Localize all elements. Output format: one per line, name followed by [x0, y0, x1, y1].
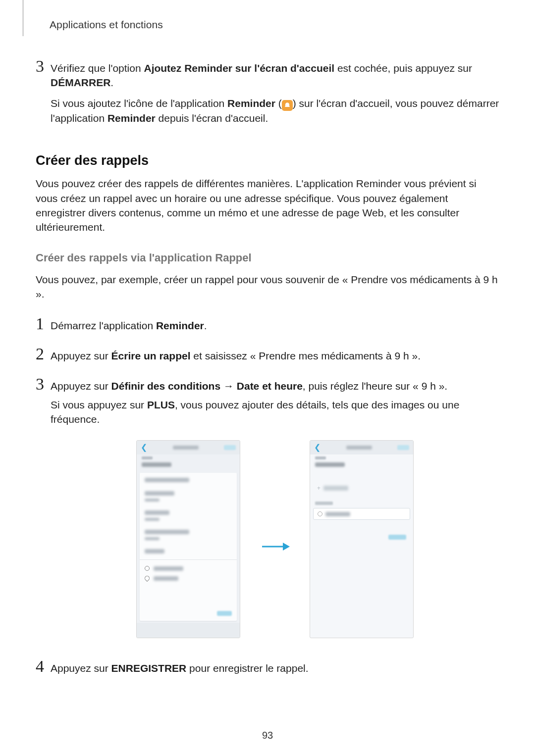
option-placeholder	[145, 491, 174, 496]
option-sub-placeholder	[145, 499, 160, 502]
back-icon[interactable]: ❮	[141, 444, 147, 452]
bold-text: ENREGISTRER	[111, 662, 187, 674]
add-label-placeholder	[323, 486, 348, 491]
screen-title-placeholder	[346, 446, 372, 450]
page-number: 93	[0, 730, 535, 741]
text-placeholder	[315, 462, 345, 467]
page-header: Applications et fonctions	[50, 19, 499, 31]
option-placeholder	[154, 576, 178, 581]
step-number: 2	[36, 346, 51, 362]
option-placeholder	[145, 510, 169, 515]
sub-heading: Créer des rappels via l'application Rapp…	[36, 252, 499, 264]
text: pour enregistrer le rappel.	[186, 662, 308, 674]
text: Si vous ajoutez l'icône de l'application	[51, 98, 227, 109]
section-heading: Créer des rappels	[36, 153, 499, 168]
back-icon[interactable]: ❮	[314, 444, 321, 452]
text: Si vous appuyez sur	[51, 399, 147, 410]
text: depuis l'écran d'accueil.	[156, 112, 268, 124]
text: Appuyez sur	[51, 662, 111, 674]
svg-marker-1	[283, 543, 290, 551]
step-body: Appuyez sur ENREGISTRER pour enregistrer…	[51, 658, 309, 675]
screen-bottom-spacer	[137, 623, 240, 638]
bold-text: PLUS	[147, 399, 175, 410]
screen-subheader	[137, 454, 240, 471]
label-placeholder	[315, 456, 326, 459]
arrow-text: →	[220, 380, 237, 392]
location-option[interactable]	[145, 576, 232, 581]
text: , puis réglez l'heure sur « 9 h ».	[303, 380, 447, 392]
step-3-paragraph: Si vous ajoutez l'icône de l'application…	[51, 96, 499, 125]
step-body: Appuyez sur Écrire un rappel et saisisse…	[51, 346, 421, 363]
bold-text: Date et heure	[237, 380, 303, 392]
time-option[interactable]	[145, 566, 232, 571]
option-placeholder	[145, 478, 189, 482]
reminder-app-icon	[282, 100, 293, 111]
clock-icon	[145, 566, 150, 571]
phone-screenshot-right: ❮ +	[310, 440, 414, 638]
flow-arrow	[260, 541, 290, 553]
save-button-placeholder[interactable]	[388, 535, 406, 540]
step-body: Vérifiez que l'option Ajoutez Reminder s…	[51, 58, 472, 90]
option-placeholder	[154, 566, 183, 571]
example-paragraph: Vous pouvez, par exemple, créer un rappe…	[36, 272, 499, 302]
section-label-placeholder	[315, 502, 333, 505]
screen-header: ❮	[310, 441, 413, 454]
plus-icon: +	[317, 485, 321, 492]
step-1: 1 Démarrez l'application Reminder.	[36, 315, 499, 333]
text: Démarrez l'application	[51, 320, 156, 331]
step-body: Appuyez sur Définir des conditions → Dat…	[51, 376, 447, 393]
step-4: 4 Appuyez sur ENREGISTRER pour enregistr…	[36, 658, 499, 675]
bold-text: Ajoutez Reminder sur l'écran d'accueil	[144, 62, 334, 74]
bold-text: Reminder	[227, 98, 275, 109]
text: Vérifiez que l'option	[51, 62, 144, 74]
text: Appuyez sur	[51, 380, 111, 392]
header-action-placeholder[interactable]	[224, 445, 236, 450]
option-placeholder	[145, 549, 164, 554]
screen-body: +	[310, 454, 413, 638]
step-number: 4	[36, 658, 51, 675]
bold-text: Reminder	[107, 112, 156, 124]
step-3: 3 Appuyez sur Définir des conditions → D…	[36, 376, 499, 393]
step-number: 3	[36, 58, 51, 75]
text: est cochée, puis appuyez sur	[334, 62, 472, 74]
time-field[interactable]	[313, 508, 410, 520]
step-body: Démarrez l'application Reminder.	[51, 315, 207, 333]
step-number: 3	[36, 376, 51, 393]
time-value-placeholder	[325, 512, 350, 516]
text: (	[275, 98, 282, 109]
divider	[140, 559, 237, 560]
bold-text: DÉMARRER	[51, 77, 110, 88]
screen-header: ❮	[137, 441, 240, 454]
text: et saisissez « Prendre mes médicaments à…	[190, 350, 421, 361]
clock-icon	[318, 511, 322, 516]
option-sub-placeholder	[145, 518, 160, 521]
arrow-right-icon	[260, 541, 290, 553]
screen-title-placeholder	[173, 446, 199, 450]
text: .	[110, 77, 113, 88]
text-placeholder	[142, 462, 171, 467]
step-3-top: 3 Vérifiez que l'option Ajoutez Reminder…	[36, 58, 499, 90]
page-margin-rule	[23, 0, 23, 36]
label-placeholder	[142, 456, 153, 459]
step-3-sub-paragraph: Si vous appuyez sur PLUS, vous pouvez aj…	[51, 398, 499, 427]
bold-text: Reminder	[156, 320, 204, 331]
card-save-placeholder[interactable]	[217, 611, 232, 616]
text: Appuyez sur	[51, 350, 111, 361]
reminder-card	[140, 473, 237, 621]
option-sub-placeholder	[145, 537, 160, 540]
step-2: 2 Appuyez sur Écrire un rappel et saisis…	[36, 346, 499, 363]
screen-subheader	[310, 454, 413, 471]
option-placeholder	[145, 530, 189, 534]
phone-screenshot-left: ❮	[136, 440, 240, 638]
add-row[interactable]: +	[310, 485, 413, 492]
text: .	[204, 320, 207, 331]
section-paragraph: Vous pouvez créer des rappels de différe…	[36, 176, 499, 235]
header-action-placeholder[interactable]	[397, 445, 409, 450]
step-number: 1	[36, 315, 51, 332]
location-icon	[144, 575, 151, 582]
screenshot-row: ❮	[36, 440, 499, 638]
bold-text: Écrire un rappel	[111, 350, 191, 361]
bold-text: Définir des conditions	[111, 380, 221, 392]
